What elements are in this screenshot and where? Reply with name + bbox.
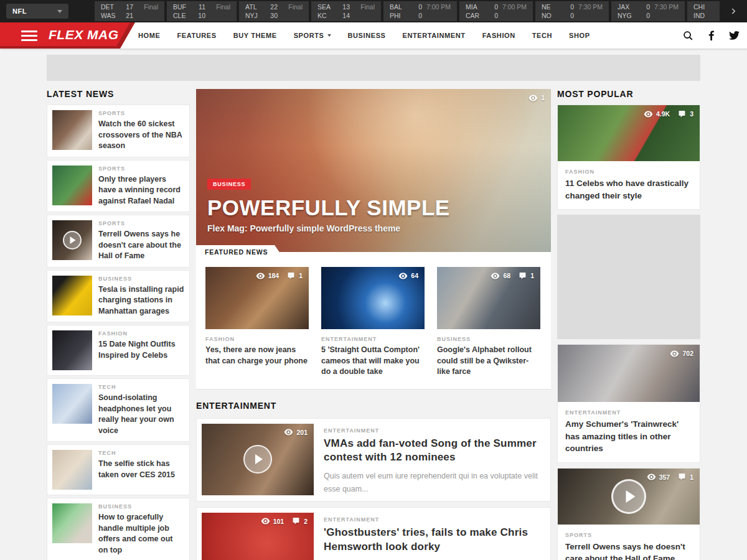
league-dropdown[interactable]: NFL <box>6 4 68 19</box>
article-thumbnail: 702 <box>558 345 700 402</box>
nav-item-tech[interactable]: TECH <box>532 32 552 39</box>
nav-item-business[interactable]: BUSINESS <box>348 32 386 39</box>
popular-card[interactable]: 4.9K 3 FASHION 11 Celebs who have drasti… <box>557 105 700 210</box>
away-team: NE <box>542 2 561 11</box>
featured-card[interactable]: 68 1 BUSINESS Google's Alphabet rollout … <box>437 267 540 378</box>
search-button[interactable] <box>683 30 693 41</box>
views-count: 702 <box>682 350 693 357</box>
article-title: Amy Schumer's 'Trainwreck' has amazing t… <box>565 418 692 455</box>
nav-item-shop[interactable]: SHOP <box>569 32 590 39</box>
views-stat: 101 <box>261 518 284 525</box>
comments-count: 3 <box>690 110 693 118</box>
nav-item-buy-theme[interactable]: BUY THEME <box>233 32 277 39</box>
main-column: 1 BUSINESS POWERFULLY SIMPLE Flex Mag: P… <box>196 89 551 560</box>
list-item[interactable]: TECH The selfie stick has taken over CES… <box>47 444 190 495</box>
article-thumbnail <box>52 220 92 260</box>
home-team: KC <box>317 11 337 20</box>
home-score: 0 <box>637 11 650 20</box>
article-thumbnail <box>52 276 92 315</box>
comment-icon <box>286 273 296 279</box>
entertainment-article[interactable]: 201 ENTERTAINMENT VMAs add fan-voted Son… <box>196 418 551 502</box>
hero-article[interactable]: 1 BUSINESS POWERFULLY SIMPLE Flex Mag: P… <box>196 89 551 252</box>
list-item[interactable]: SPORTS Only three players have a winning… <box>47 160 190 213</box>
article-title: Sound-isolating headphones let you reall… <box>98 393 184 436</box>
nav-item-home[interactable]: HOME <box>138 32 160 39</box>
article-thumbnail <box>52 384 92 424</box>
home-team: NYG <box>618 11 637 20</box>
game-status: 7:30 PM <box>651 2 679 11</box>
nav-item-fashion[interactable]: FASHION <box>482 32 515 39</box>
play-button-icon[interactable] <box>243 445 272 474</box>
comments-stat: 1 <box>286 272 303 279</box>
views-count: 68 <box>503 272 510 279</box>
logo[interactable]: FLEX MAG <box>0 22 130 49</box>
article-thumbnail: 101 2 <box>202 513 314 560</box>
site-header: FLEX MAG HOME FEATURES BUY THEME SPORTS … <box>0 22 747 49</box>
game-status: 7:00 PM <box>499 2 527 11</box>
comment-icon <box>291 518 301 525</box>
category-label: FASHION <box>205 336 309 342</box>
list-item[interactable]: BUSINESS Tesla is installing rapid charg… <box>47 270 190 323</box>
article-title: Tesla is installing rapid charging stati… <box>98 284 184 317</box>
home-score: 10 <box>193 11 205 20</box>
article-thumbnail <box>52 503 92 543</box>
game-cell: ATL22Final NYJ30 <box>239 1 309 21</box>
list-item[interactable]: BUSINESS How to gracefully handle multip… <box>47 498 190 560</box>
facebook-button[interactable] <box>708 30 714 40</box>
play-button-icon[interactable] <box>63 231 82 250</box>
category-label: ENTERTAINMENT <box>324 516 545 523</box>
category-label: TECH <box>98 450 184 456</box>
nav-item-sports[interactable]: SPORTS <box>294 32 331 39</box>
home-team: CLE <box>173 11 193 20</box>
featured-card[interactable]: 184 1 FASHION Yes, there are now jeans t… <box>205 267 309 378</box>
game-status: Final <box>284 2 303 11</box>
list-item[interactable]: TECH Sound-isolating headphones let you … <box>47 378 190 442</box>
home-team: NO <box>542 11 561 20</box>
away-score: 0 <box>410 2 422 11</box>
hamburger-menu-icon[interactable] <box>21 30 37 41</box>
article-thumbnail: 4.9K 3 <box>558 105 700 161</box>
views-stat: 702 <box>670 350 693 357</box>
article-title: Terrell Owens says he doesn't care about… <box>98 229 184 262</box>
entertainment-article[interactable]: 101 2 ENTERTAINMENT 'Ghostbusters' tries… <box>196 507 551 560</box>
popular-card[interactable]: 357 1 SPORTS Terrell Owens says he doesn… <box>557 468 700 560</box>
views-stat: 64 <box>398 272 418 279</box>
hero-category-tag[interactable]: BUSINESS <box>207 179 251 190</box>
home-score: 0 <box>713 11 720 20</box>
nav-item-features[interactable]: FEATURES <box>177 32 216 39</box>
category-label: SPORTS <box>565 532 692 538</box>
comment-icon <box>518 273 527 279</box>
ticker-next-button[interactable] <box>720 0 747 22</box>
game-status: Final <box>357 2 375 11</box>
twitter-button[interactable] <box>729 31 740 40</box>
list-item[interactable]: FASHION 15 Date Night Outfits Inspired b… <box>47 325 190 376</box>
eye-icon <box>644 111 653 118</box>
category-label: ENTERTAINMENT <box>324 427 545 434</box>
game-scores-strip: DET17Final WAS21 BUF11Final CLE10 ATL22F… <box>95 1 720 21</box>
game-status: Final <box>212 2 230 11</box>
chevron-right-icon <box>729 7 738 16</box>
comments-stat: 3 <box>677 110 693 118</box>
eye-icon <box>529 95 538 101</box>
category-label: FASHION <box>565 169 692 175</box>
ad-banner-placeholder <box>47 55 700 81</box>
featured-card[interactable]: 64 ENTERTAINMENT 5 'Straight Outta Compt… <box>321 267 425 378</box>
article-title: Terrell Owens says he doesn't care about… <box>565 541 692 560</box>
game-status: 7:30 PM <box>575 2 603 11</box>
article-title: 15 Date Night Outfits Inspired by Celebs <box>98 339 184 361</box>
latest-news-heading: LATEST NEWS <box>47 89 190 99</box>
nav-item-entertainment[interactable]: ENTERTAINMENT <box>403 32 466 39</box>
game-cell: BAL07:00 PM PHI0 <box>383 1 457 21</box>
away-team: BUF <box>173 2 193 11</box>
comment-icon <box>677 474 687 480</box>
popular-card[interactable]: 702 ENTERTAINMENT Amy Schumer's 'Trainwr… <box>557 344 700 463</box>
category-label: ENTERTAINMENT <box>321 336 425 342</box>
article-title: 'Ghostbusters' tries, fails to make Chri… <box>324 526 545 554</box>
list-item[interactable]: SPORTS Watch the 60 sickest crossovers o… <box>47 105 190 157</box>
list-item[interactable]: SPORTS Terrell Owens says he doesn't car… <box>47 215 190 268</box>
away-team: SEA <box>317 2 337 11</box>
article-title: The selfie stick has taken over CES 2015 <box>98 459 184 480</box>
views-stat: 184 <box>256 272 280 279</box>
article-thumbnail: 201 <box>202 424 314 495</box>
play-button-icon[interactable] <box>611 479 646 514</box>
